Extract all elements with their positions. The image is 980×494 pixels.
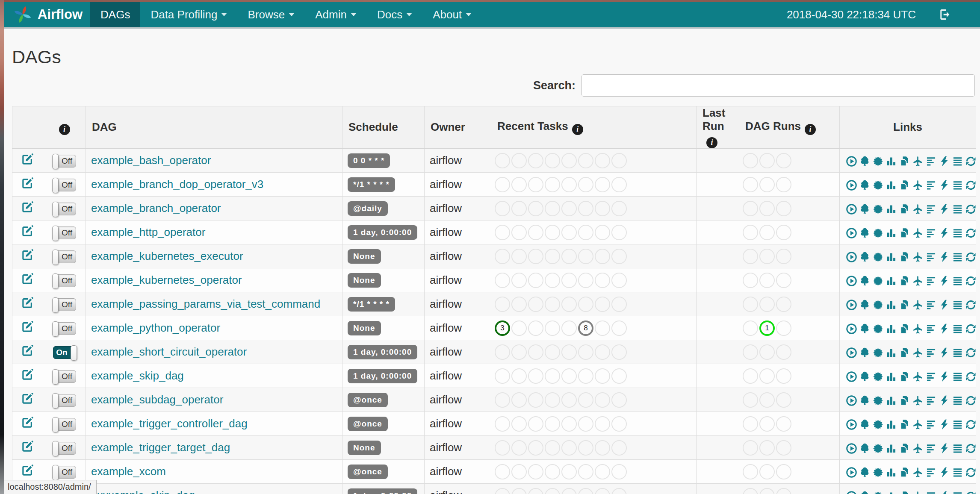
dag-link[interactable]: example_trigger_target_dag bbox=[91, 441, 230, 454]
landing-times-icon[interactable] bbox=[912, 323, 924, 335]
refresh-icon[interactable] bbox=[965, 395, 977, 406]
gantt-view-icon[interactable] bbox=[925, 179, 937, 191]
task-tries-icon[interactable] bbox=[899, 251, 910, 263]
trigger-dag-icon[interactable] bbox=[846, 395, 857, 406]
nav-item-about[interactable]: About bbox=[422, 2, 482, 27]
col-header-info[interactable]: i bbox=[43, 106, 86, 149]
graph-view-icon[interactable] bbox=[872, 156, 884, 167]
refresh-icon[interactable] bbox=[965, 179, 977, 191]
trigger-dag-icon[interactable] bbox=[846, 227, 857, 239]
dag-link[interactable]: example_passing_params_via_test_command bbox=[91, 297, 320, 310]
dag-link[interactable]: example_subdag_operator bbox=[91, 393, 223, 406]
edit-dag-icon[interactable] bbox=[21, 177, 34, 189]
trigger-dag-icon[interactable] bbox=[846, 251, 857, 263]
trigger-dag-icon[interactable] bbox=[846, 156, 857, 167]
nav-item-browse[interactable]: Browse bbox=[237, 2, 305, 27]
trigger-dag-icon[interactable] bbox=[846, 347, 857, 359]
col-header-owner[interactable]: Owner bbox=[425, 106, 491, 149]
task-tries-icon[interactable] bbox=[899, 467, 910, 478]
dag-link[interactable]: example_bash_operator bbox=[91, 154, 211, 167]
gantt-view-icon[interactable] bbox=[925, 419, 937, 430]
dag-link[interactable]: example_kubernetes_executor bbox=[91, 250, 243, 262]
trigger-dag-icon[interactable] bbox=[846, 491, 857, 494]
gantt-view-icon[interactable] bbox=[925, 275, 937, 287]
trigger-dag-icon[interactable] bbox=[846, 203, 857, 215]
trigger-dag-icon[interactable] bbox=[846, 419, 857, 430]
nav-item-data-profiling[interactable]: Data Profiling bbox=[140, 2, 237, 27]
refresh-icon[interactable] bbox=[965, 227, 977, 239]
nav-item-docs[interactable]: Docs bbox=[367, 2, 422, 27]
edit-dag-icon[interactable] bbox=[21, 416, 34, 429]
logout-icon[interactable] bbox=[938, 8, 952, 21]
task-tries-icon[interactable] bbox=[899, 371, 910, 382]
task-tries-icon[interactable] bbox=[899, 179, 910, 191]
dag-link[interactable]: example_branch_operator bbox=[91, 202, 221, 215]
graph-view-icon[interactable] bbox=[872, 299, 884, 311]
dag-pause-toggle[interactable]: Off bbox=[53, 370, 76, 383]
dag-pause-toggle[interactable]: Off bbox=[53, 442, 76, 455]
refresh-icon[interactable] bbox=[965, 275, 977, 287]
code-view-icon[interactable] bbox=[939, 323, 950, 335]
landing-times-icon[interactable] bbox=[912, 227, 924, 239]
logs-icon[interactable] bbox=[952, 156, 963, 167]
code-view-icon[interactable] bbox=[939, 467, 950, 478]
code-view-icon[interactable] bbox=[939, 347, 950, 359]
dag-pause-toggle[interactable]: Off bbox=[53, 298, 76, 311]
tree-view-icon[interactable] bbox=[859, 419, 871, 430]
tree-view-icon[interactable] bbox=[859, 203, 871, 215]
tree-view-icon[interactable] bbox=[859, 395, 871, 406]
edit-dag-icon[interactable] bbox=[21, 201, 34, 213]
logs-icon[interactable] bbox=[952, 203, 963, 215]
landing-times-icon[interactable] bbox=[912, 371, 924, 382]
code-view-icon[interactable] bbox=[939, 371, 950, 382]
task-duration-icon[interactable] bbox=[886, 275, 897, 287]
gantt-view-icon[interactable] bbox=[925, 227, 937, 239]
dag-pause-toggle[interactable]: Off bbox=[53, 394, 76, 407]
search-input[interactable] bbox=[582, 74, 975, 97]
edit-dag-icon[interactable] bbox=[21, 344, 34, 357]
dag-link[interactable]: example_kubernetes_operator bbox=[91, 273, 242, 286]
gantt-view-icon[interactable] bbox=[925, 443, 937, 454]
task-duration-icon[interactable] bbox=[886, 251, 897, 263]
trigger-dag-icon[interactable] bbox=[846, 179, 857, 191]
nav-item-dags[interactable]: DAGs bbox=[90, 2, 140, 27]
edit-dag-icon[interactable] bbox=[21, 392, 34, 405]
landing-times-icon[interactable] bbox=[912, 275, 924, 287]
logs-icon[interactable] bbox=[952, 179, 963, 191]
task-duration-icon[interactable] bbox=[886, 443, 897, 454]
logs-icon[interactable] bbox=[952, 419, 963, 430]
landing-times-icon[interactable] bbox=[912, 467, 924, 478]
code-view-icon[interactable] bbox=[939, 179, 950, 191]
refresh-icon[interactable] bbox=[965, 371, 977, 382]
task-duration-icon[interactable] bbox=[886, 227, 897, 239]
trigger-dag-icon[interactable] bbox=[846, 443, 857, 454]
refresh-icon[interactable] bbox=[965, 347, 977, 359]
tree-view-icon[interactable] bbox=[859, 347, 871, 359]
landing-times-icon[interactable] bbox=[912, 347, 924, 359]
refresh-icon[interactable] bbox=[965, 203, 977, 215]
refresh-icon[interactable] bbox=[965, 443, 977, 454]
gantt-view-icon[interactable] bbox=[925, 347, 937, 359]
landing-times-icon[interactable] bbox=[912, 179, 924, 191]
col-header-links[interactable]: Links bbox=[840, 106, 976, 149]
col-header-recent-tasks[interactable]: Recent Tasksi bbox=[491, 106, 697, 149]
tree-view-icon[interactable] bbox=[859, 227, 871, 239]
col-header-edit[interactable] bbox=[12, 106, 43, 149]
landing-times-icon[interactable] bbox=[912, 491, 924, 494]
gantt-view-icon[interactable] bbox=[925, 323, 937, 335]
dag-link[interactable]: example_http_operator bbox=[91, 226, 205, 238]
trigger-dag-icon[interactable] bbox=[846, 275, 857, 287]
dag-link[interactable]: example_python_operator bbox=[91, 321, 220, 334]
code-view-icon[interactable] bbox=[939, 419, 950, 430]
recent-task-circle[interactable]: 8 bbox=[578, 321, 593, 336]
code-view-icon[interactable] bbox=[939, 251, 950, 263]
code-view-icon[interactable] bbox=[939, 227, 950, 239]
task-tries-icon[interactable] bbox=[899, 323, 910, 335]
edit-dag-icon[interactable] bbox=[21, 153, 34, 165]
airflow-brand[interactable]: Airflow bbox=[10, 2, 90, 27]
task-duration-icon[interactable] bbox=[886, 323, 897, 335]
task-tries-icon[interactable] bbox=[899, 227, 910, 239]
dag-link[interactable]: example_xcom bbox=[91, 465, 166, 478]
logs-icon[interactable] bbox=[952, 371, 963, 382]
dag-pause-toggle[interactable]: Off bbox=[53, 322, 76, 335]
